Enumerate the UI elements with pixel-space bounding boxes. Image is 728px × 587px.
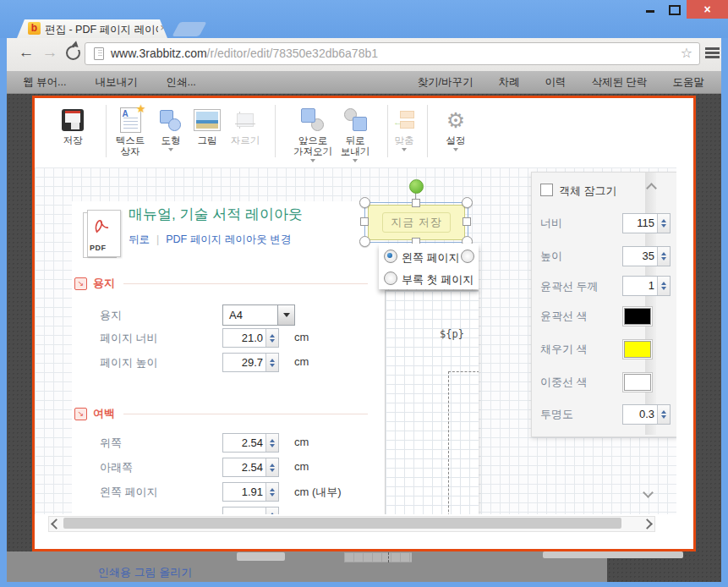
chevron-down-icon[interactable] [310, 159, 315, 165]
chevron-down-icon[interactable] [168, 148, 173, 154]
spin-down-icon[interactable] [661, 224, 666, 228]
spinner[interactable] [265, 434, 278, 452]
save-now-shape-button[interactable]: 지금 저장 [368, 205, 465, 240]
resize-handle-w[interactable] [360, 217, 369, 226]
spin-up-icon[interactable] [270, 334, 275, 337]
resize-handle-n[interactable] [412, 199, 420, 207]
spinner[interactable] [657, 247, 670, 266]
page-width-input[interactable]: 21.0 [222, 328, 279, 348]
chrome-menu-icon[interactable] [705, 47, 720, 58]
reload-icon[interactable] [66, 46, 80, 60]
spin-down-icon[interactable] [661, 287, 666, 290]
window-minimize-button[interactable] [638, 0, 662, 19]
scroll-right-icon[interactable] [642, 518, 653, 529]
toolbar-save-button[interactable]: 저장 [50, 105, 96, 146]
radio-left-page[interactable] [384, 250, 397, 263]
settings-gear-icon: ⚙ [446, 107, 465, 133]
input-value: 115 [623, 214, 657, 233]
menu-toc[interactable]: 차례 [499, 75, 520, 90]
spin-up-icon[interactable] [661, 252, 666, 255]
spinner[interactable] [265, 329, 278, 347]
menu-deleted-paragraphs[interactable]: 삭제된 단락 [592, 75, 648, 90]
double-line-color-swatch[interactable] [622, 372, 653, 392]
toolbar-send-backward-button[interactable]: 뒤로보내기 [327, 105, 383, 165]
panel-scrollbar[interactable] [645, 173, 656, 435]
toolbar-crop-button: 자르기 [222, 105, 268, 146]
text-box-icon: ★ [120, 107, 141, 133]
bookmark-star-icon[interactable]: ☆ [681, 45, 692, 61]
horizontal-scrollbar[interactable] [48, 516, 655, 532]
chevron-down-icon[interactable] [453, 148, 458, 154]
spin-down-icon[interactable] [661, 415, 666, 419]
menu-find-replace[interactable]: 찾기/바꾸기 [418, 75, 473, 90]
window-close-button[interactable]: × [687, 0, 728, 19]
margin-top-input[interactable]: 2.54 [222, 433, 279, 453]
resize-handle-nw[interactable] [359, 197, 370, 208]
resize-handle-sw[interactable] [359, 236, 370, 247]
chevron-down-icon[interactable] [353, 159, 358, 165]
scroll-left-icon[interactable] [51, 518, 62, 529]
spin-up-icon[interactable] [270, 464, 275, 467]
outline-width-input[interactable]: 1 [622, 276, 671, 296]
menu-web-viewer[interactable]: 웹 뷰어... [23, 75, 66, 90]
page-height-input[interactable]: 29.7 [222, 353, 279, 372]
back-link[interactable]: 뒤로 [129, 233, 150, 245]
margin-left-page-input[interactable]: 1.91 [222, 482, 279, 502]
change-pdf-layout-link[interactable]: PDF 페이지 레이아웃 변경 [166, 233, 291, 245]
radio-right-page[interactable] [461, 250, 474, 263]
height-input[interactable]: 35 [622, 246, 671, 266]
toolbar-textbox-button[interactable]: ★ 텍스트상자 [107, 105, 153, 157]
resize-handle-ne[interactable] [462, 197, 473, 208]
spin-up-icon[interactable] [661, 282, 666, 285]
spinner[interactable] [657, 277, 670, 295]
scrollbar-thumb[interactable] [63, 518, 621, 529]
spinner[interactable] [265, 458, 278, 476]
back-icon[interactable]: ← [15, 41, 37, 63]
pdf-document-icon: PDF [83, 210, 122, 259]
spin-up-icon[interactable] [661, 219, 666, 222]
menu-print[interactable]: 인쇄... [166, 75, 195, 90]
spinner[interactable] [657, 214, 670, 233]
toolbar-settings-button[interactable]: ⚙ 설정 [433, 105, 479, 154]
rotate-handle[interactable] [409, 179, 424, 194]
select-dropdown-button[interactable] [277, 305, 294, 325]
spinner[interactable] [657, 405, 670, 424]
toolbar-label: 앞으로 [298, 135, 328, 145]
new-tab-button[interactable] [172, 22, 206, 36]
tab-close-icon[interactable]: × [157, 22, 169, 34]
width-input[interactable]: 115 [622, 213, 671, 233]
spinner[interactable] [265, 354, 278, 371]
spinner[interactable] [265, 483, 278, 501]
spin-up-icon[interactable] [270, 439, 275, 442]
spin-up-icon[interactable] [270, 359, 275, 362]
scroll-down-icon[interactable] [643, 487, 654, 498]
paper-section-header: ↘ 용지 [74, 276, 368, 291]
unit-label: cm [294, 458, 309, 473]
window-maximize-button[interactable] [662, 0, 686, 19]
menu-help[interactable]: 도움말 [673, 75, 705, 90]
resize-handle-e[interactable] [463, 217, 471, 226]
spin-down-icon[interactable] [661, 257, 666, 261]
lock-object-checkbox[interactable] [540, 184, 553, 196]
menu-history[interactable]: 이력 [545, 75, 567, 90]
address-bar[interactable]: www.3rabbitz.com/r/editor/edit/78350e32d… [85, 42, 700, 65]
margin-bottom-input[interactable]: 2.54 [222, 458, 279, 477]
fill-color-swatch[interactable] [622, 339, 653, 359]
spin-up-icon[interactable] [661, 410, 666, 414]
paper-size-select[interactable]: A4 [222, 304, 295, 326]
url-text[interactable]: www.3rabbitz.com/r/editor/edit/78350e32d… [111, 47, 378, 60]
menu-export[interactable]: 내보내기 [95, 75, 137, 90]
clipped-input-row [222, 507, 279, 514]
pdf-badge: PDF [90, 244, 107, 252]
spin-down-icon[interactable] [270, 469, 275, 472]
spin-down-icon[interactable] [270, 493, 275, 496]
spin-down-icon[interactable] [270, 364, 275, 367]
browser-tab[interactable]: b 편집 - PDF 페이지 레이아 × [17, 19, 167, 38]
content-area-dashed-box [448, 371, 479, 514]
outline-color-swatch[interactable] [622, 306, 653, 326]
opacity-input[interactable]: 0.3 [622, 404, 671, 425]
spin-up-icon[interactable] [270, 488, 275, 491]
radio-appendix-first-page[interactable] [384, 272, 397, 285]
spin-down-icon[interactable] [270, 444, 275, 447]
spin-down-icon[interactable] [270, 339, 275, 343]
